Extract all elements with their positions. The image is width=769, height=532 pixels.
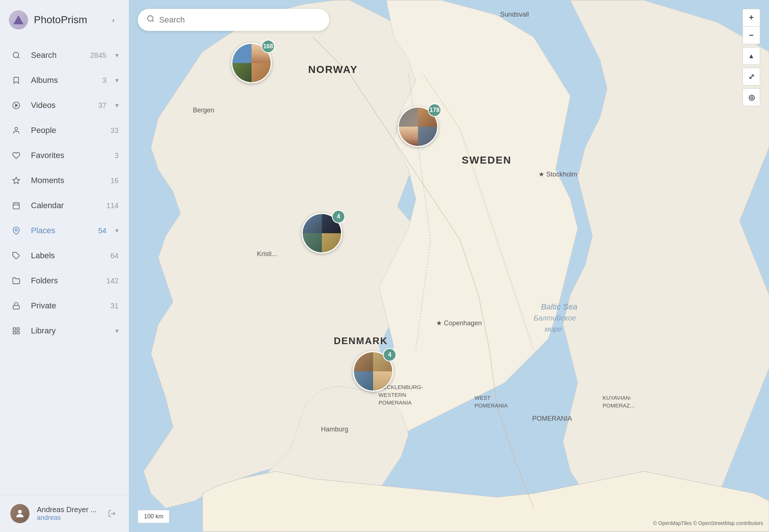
zoom-in-button[interactable]: + <box>742 9 760 27</box>
cluster-photo <box>399 108 418 127</box>
sidebar-item-labels[interactable]: Labels 64 <box>0 243 129 268</box>
cluster-photo <box>322 233 341 252</box>
sidebar-item-label-library: Library <box>31 326 98 336</box>
sidebar-item-count-folders: 142 <box>106 277 119 285</box>
sidebar-item-private[interactable]: Private 31 <box>0 293 129 318</box>
svg-rect-6 <box>13 203 20 209</box>
app-title: PhotoPrism <box>34 14 101 26</box>
sidebar-item-albums[interactable]: Albums 3 ▾ <box>0 68 129 93</box>
cluster-photo <box>232 44 252 63</box>
sidebar-item-places[interactable]: Places 54 ▾ <box>0 218 129 243</box>
zoom-out-button[interactable]: − <box>742 27 760 44</box>
sidebar-item-label-places: Places <box>31 226 89 235</box>
cluster-photo <box>303 233 322 252</box>
sidebar-item-count-people: 33 <box>110 126 119 135</box>
sidebar-item-label-labels: Labels <box>31 251 102 260</box>
sidebar-footer: Andreas Dreyer ... andreas <box>0 495 129 532</box>
svg-line-1 <box>18 57 19 58</box>
sidebar: PhotoPrism ‹ Search 2845 ▾ Albums 3 ▾ <box>0 0 129 532</box>
sidebar-item-search[interactable]: Search 2845 ▾ <box>0 43 129 68</box>
sidebar-item-count-moments: 16 <box>110 176 119 185</box>
label-icon <box>10 250 22 262</box>
search-input[interactable] <box>159 15 320 25</box>
sidebar-item-library[interactable]: Library ▾ <box>0 318 129 343</box>
sidebar-item-people[interactable]: People 33 <box>0 118 129 143</box>
sidebar-item-favorites[interactable]: Favorites 3 <box>0 143 129 168</box>
svg-point-17 <box>18 510 22 514</box>
sidebar-item-label-folders: Folders <box>31 276 98 286</box>
cluster-photo <box>252 63 271 82</box>
svg-text:Baltic Sea: Baltic Sea <box>541 302 577 311</box>
sidebar-item-label-albums: Albums <box>31 76 94 85</box>
sidebar-item-count-favorites: 3 <box>115 151 119 160</box>
app-logo <box>9 10 28 29</box>
svg-marker-5 <box>13 177 20 183</box>
user-name: Andreas Dreyer ... <box>37 505 98 514</box>
user-info: Andreas Dreyer ... andreas <box>37 505 98 522</box>
sidebar-item-count-labels: 64 <box>110 252 119 260</box>
sidebar-item-count-search: 2845 <box>90 51 107 60</box>
svg-point-19 <box>148 16 153 21</box>
sidebar-item-count-private: 31 <box>110 302 119 310</box>
search-icon <box>10 49 22 61</box>
sidebar-item-label-videos: Videos <box>31 101 89 110</box>
compass-button[interactable]: ▲ <box>742 47 760 65</box>
svg-line-20 <box>152 20 154 22</box>
sidebar-item-videos[interactable]: Videos 37 ▾ <box>0 93 129 118</box>
fullscreen-button[interactable]: ⤢ <box>742 68 760 85</box>
logout-button[interactable] <box>105 507 119 520</box>
map[interactable]: Baltic Sea Балтийское море NORWAY SWEDEN… <box>129 0 769 532</box>
sidebar-item-label-private: Private <box>31 301 102 311</box>
folder-icon <box>10 275 22 287</box>
chevron-down-icon: ▾ <box>115 227 119 235</box>
zoom-controls: + − <box>742 9 760 44</box>
cluster-photo <box>354 352 373 371</box>
photo-cluster-denmark-1[interactable]: 4 <box>353 351 393 392</box>
chevron-down-icon: ▾ <box>115 51 119 59</box>
person-icon <box>10 125 22 136</box>
chevron-down-icon: ▾ <box>115 101 119 109</box>
chevron-down-icon: ▾ <box>115 76 119 84</box>
sidebar-item-count-videos: 37 <box>98 101 106 110</box>
photo-cluster-sweden-1[interactable]: 178 <box>398 106 438 147</box>
cluster-photo <box>373 371 392 391</box>
sidebar-item-label-favorites: Favorites <box>31 151 106 160</box>
heart-icon <box>10 150 22 161</box>
svg-rect-14 <box>17 328 19 330</box>
svg-point-4 <box>15 127 17 130</box>
calendar-icon <box>10 200 22 211</box>
scale-label: 100 km <box>144 513 163 520</box>
svg-rect-15 <box>13 332 15 334</box>
sidebar-item-moments[interactable]: Moments 16 <box>0 168 129 193</box>
grid-icon <box>10 325 22 337</box>
main-content: Baltic Sea Балтийское море NORWAY SWEDEN… <box>129 0 769 532</box>
svg-point-10 <box>15 229 17 231</box>
sidebar-item-folders[interactable]: Folders 142 <box>0 268 129 293</box>
cluster-badge-norway-1: 168 <box>261 40 275 53</box>
map-scale: 100 km <box>138 510 169 523</box>
sidebar-item-label-search: Search <box>31 50 81 60</box>
svg-rect-16 <box>17 332 19 334</box>
search-icon <box>147 15 155 25</box>
map-controls: + − ▲ ⤢ ◎ <box>742 9 760 108</box>
sidebar-item-count-albums: 3 <box>102 76 106 85</box>
svg-marker-3 <box>15 104 18 106</box>
photo-cluster-norway-2[interactable]: 4 <box>302 213 342 253</box>
sidebar-collapse-button[interactable]: ‹ <box>107 13 120 27</box>
sidebar-item-count-places: 54 <box>98 227 106 235</box>
svg-rect-12 <box>13 305 20 309</box>
svg-rect-13 <box>13 328 15 330</box>
locate-button[interactable]: ◎ <box>742 88 760 106</box>
photo-cluster-norway-1[interactable]: 168 <box>231 43 272 83</box>
cluster-photo <box>354 371 373 391</box>
location-icon <box>10 225 22 237</box>
cluster-photo <box>418 127 437 146</box>
svg-text:Балтийское: Балтийское <box>534 314 576 322</box>
cluster-badge-norway-2: 4 <box>332 210 345 223</box>
sidebar-item-calendar[interactable]: Calendar 114 <box>0 193 129 218</box>
cluster-badge-sweden-1: 178 <box>428 104 441 117</box>
avatar <box>10 504 29 523</box>
search-bar <box>138 9 329 31</box>
cluster-photo <box>232 63 252 82</box>
sidebar-nav: Search 2845 ▾ Albums 3 ▾ Videos 37 ▾ <box>0 40 129 495</box>
